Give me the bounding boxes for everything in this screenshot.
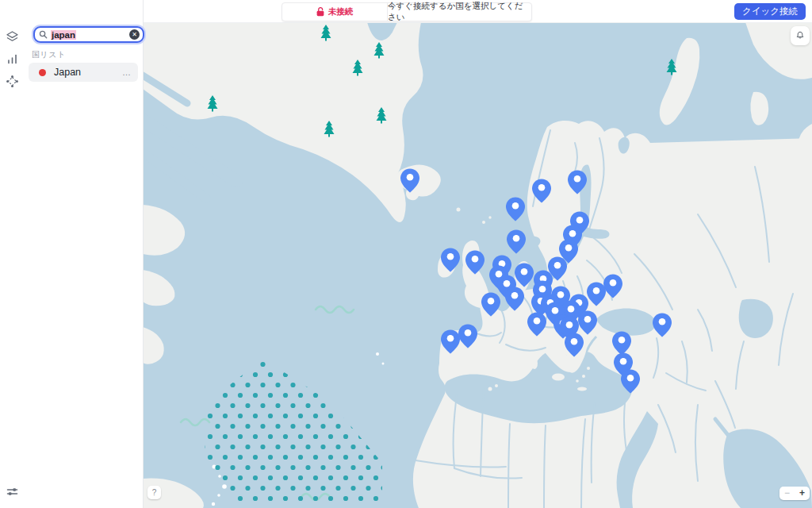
status-badge-label: 未接続 xyxy=(328,6,354,17)
status-message: 今すぐ接続するか国を選択してください xyxy=(388,3,531,21)
bar-chart-icon[interactable] xyxy=(6,52,19,66)
country-list-item-japan[interactable]: Japan … xyxy=(29,63,138,82)
meshnet-icon[interactable] xyxy=(6,75,19,88)
zoom-in-button[interactable]: + xyxy=(795,487,810,500)
search-icon xyxy=(39,30,48,39)
country-name: Japan xyxy=(54,67,122,78)
map-zoom-control: − + xyxy=(779,487,810,500)
layers-icon[interactable] xyxy=(6,30,19,44)
country-list-label: 国リスト xyxy=(32,49,66,60)
japan-flag-dot xyxy=(39,69,46,76)
zoom-out-button[interactable]: − xyxy=(779,487,795,500)
world-map[interactable] xyxy=(143,22,812,508)
search-input[interactable]: japan ✕ xyxy=(33,26,144,43)
clear-search-icon[interactable]: ✕ xyxy=(129,29,140,40)
notifications-button[interactable] xyxy=(791,26,810,45)
status-badge: 未接続 xyxy=(282,3,387,21)
quick-connect-button[interactable]: クイック接続 xyxy=(734,3,806,20)
open-lock-icon xyxy=(316,7,324,17)
search-value: japan xyxy=(51,30,129,40)
bell-icon xyxy=(795,30,806,41)
icon-rail xyxy=(0,0,24,508)
country-item-menu-icon[interactable]: … xyxy=(122,67,132,77)
sliders-icon[interactable] xyxy=(6,485,19,498)
country-panel: japan ✕ 国リスト Japan … xyxy=(24,0,144,508)
help-button[interactable]: ? xyxy=(147,486,161,499)
connection-status-pill: 未接続 今すぐ接続するか国を選択してください xyxy=(282,2,532,21)
